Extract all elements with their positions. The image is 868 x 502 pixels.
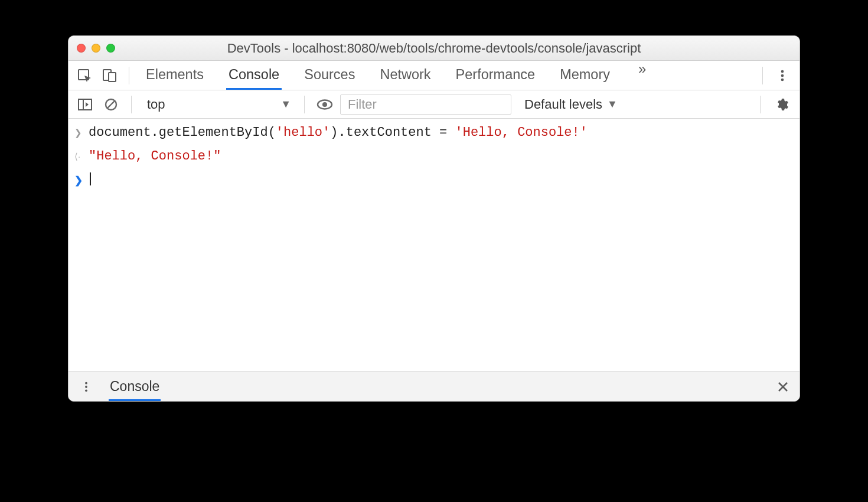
inspect-element-icon[interactable]	[74, 65, 96, 86]
clear-console-icon[interactable]	[100, 94, 122, 115]
svg-point-13	[85, 386, 87, 388]
divider	[131, 96, 132, 113]
svg-point-4	[781, 74, 784, 77]
svg-point-14	[85, 389, 87, 392]
filter-input[interactable]	[340, 94, 511, 115]
drawer-tab-console[interactable]: Console	[109, 373, 161, 401]
console-result-text: "Hello, Console!"	[89, 146, 792, 167]
tab-network[interactable]: Network	[377, 61, 433, 90]
window-controls	[77, 44, 115, 53]
svg-point-5	[781, 78, 784, 81]
console-prompt-input[interactable]	[89, 170, 792, 191]
tab-elements[interactable]: Elements	[143, 61, 206, 90]
chevron-down-icon: ▼	[280, 98, 291, 110]
console-settings-icon[interactable]	[770, 97, 794, 112]
zoom-window-button[interactable]	[106, 44, 115, 53]
log-levels-label: Default levels	[524, 97, 602, 112]
close-drawer-button[interactable]	[774, 381, 792, 393]
tab-memory[interactable]: Memory	[557, 61, 612, 90]
more-tabs-button[interactable]: »	[632, 61, 652, 90]
output-marker-icon: ⟨·	[74, 146, 89, 167]
window-title: DevTools - localhost:8080/web/tools/chro…	[68, 41, 800, 56]
svg-rect-6	[79, 99, 92, 110]
console-prompt[interactable]: ❯	[68, 169, 800, 193]
chevron-down-icon: ▼	[607, 98, 618, 110]
main-toolbar: Elements Console Sources Network Perform…	[68, 61, 800, 90]
drawer: Console	[68, 371, 800, 401]
svg-point-12	[85, 382, 87, 384]
divider	[129, 67, 129, 84]
prompt-marker-icon: ❯	[74, 170, 89, 191]
toggle-sidebar-icon[interactable]	[74, 94, 96, 115]
context-selector[interactable]: top ▼	[141, 97, 295, 112]
devtools-window: DevTools - localhost:8080/web/tools/chro…	[68, 35, 800, 402]
context-value: top	[147, 97, 165, 112]
panel-tabs: Elements Console Sources Network Perform…	[143, 61, 652, 90]
tab-sources[interactable]: Sources	[302, 61, 357, 90]
console-result: ⟨· "Hello, Console!"	[68, 145, 800, 168]
tab-performance[interactable]: Performance	[453, 61, 538, 90]
divider	[762, 67, 763, 84]
close-window-button[interactable]	[77, 44, 86, 53]
svg-line-9	[107, 101, 115, 108]
divider	[760, 96, 761, 113]
console-output[interactable]: ❯ document.getElementById('hello').textC…	[68, 119, 800, 371]
live-expression-icon[interactable]	[314, 94, 335, 115]
console-input-text: document.getElementById('hello').textCon…	[89, 122, 792, 144]
device-toolbar-icon[interactable]	[99, 65, 120, 86]
svg-rect-2	[109, 73, 116, 82]
drawer-menu-button[interactable]	[76, 381, 97, 393]
console-toolbar: top ▼ Default levels ▼	[68, 90, 800, 119]
input-marker-icon: ❯	[74, 122, 89, 144]
log-levels-selector[interactable]: Default levels ▼	[524, 97, 618, 112]
minimize-window-button[interactable]	[92, 44, 100, 53]
svg-point-11	[322, 102, 327, 107]
tab-console[interactable]: Console	[226, 61, 282, 90]
svg-point-3	[781, 70, 784, 73]
console-input-echo: ❯ document.getElementById('hello').textC…	[68, 121, 800, 145]
titlebar: DevTools - localhost:8080/web/tools/chro…	[68, 36, 800, 61]
divider	[304, 96, 305, 113]
devtools-menu-button[interactable]	[771, 69, 794, 82]
